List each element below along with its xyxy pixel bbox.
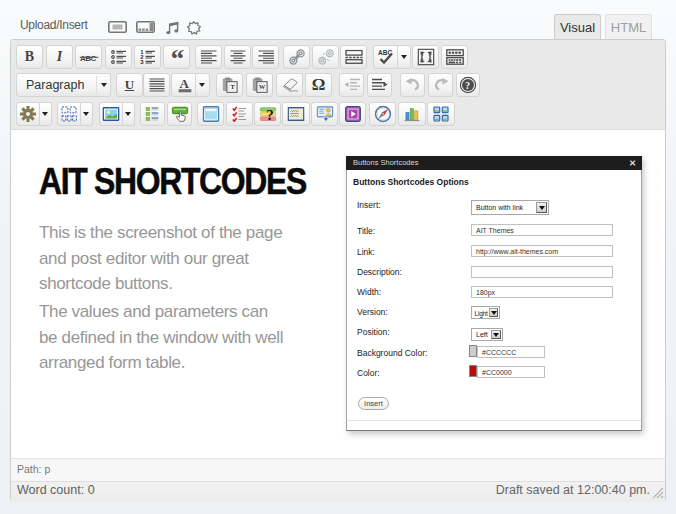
svg-text:W: W	[258, 83, 265, 90]
svg-text:A: A	[179, 77, 189, 91]
svg-text:?: ?	[266, 107, 274, 122]
svg-text:3: 3	[140, 59, 144, 64]
svg-text:?: ?	[465, 81, 470, 91]
svg-text:ABC: ABC	[80, 54, 97, 63]
svg-text:T: T	[230, 83, 235, 90]
